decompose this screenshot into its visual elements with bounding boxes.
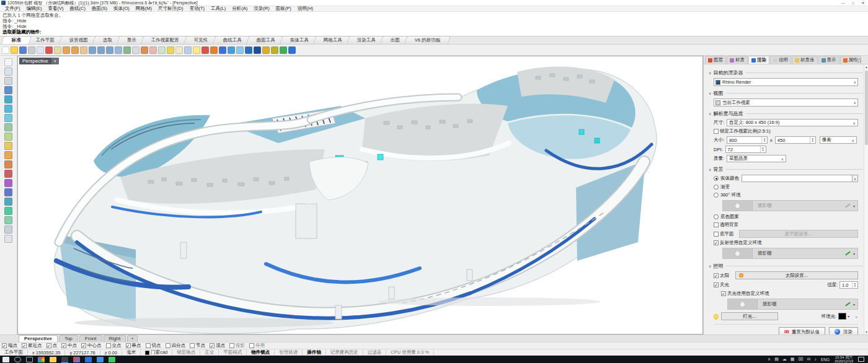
panel-tab[interactable]: 材质库 xyxy=(792,56,818,64)
menu-item[interactable]: 曲面(S) xyxy=(89,6,110,12)
move-icon[interactable] xyxy=(4,188,12,196)
open-file-icon[interactable] xyxy=(11,46,18,54)
toolbar-tab[interactable]: 标准 xyxy=(1,36,32,44)
scroll-up-icon[interactable]: ▲ xyxy=(864,64,868,69)
point-icon[interactable] xyxy=(4,77,12,85)
osnap-checkbox[interactable] xyxy=(46,343,51,348)
edit-pencil-icon[interactable] xyxy=(845,302,851,307)
status-toggle[interactable]: 过滤器 xyxy=(363,349,387,356)
render-icon[interactable] xyxy=(210,46,218,54)
lights-button[interactable]: 灯光... xyxy=(721,312,778,320)
menu-item[interactable]: 查看(V) xyxy=(45,6,67,12)
osnap-checkbox[interactable] xyxy=(146,343,151,348)
surface-icon[interactable] xyxy=(4,142,12,150)
osnap-toggle[interactable]: 中心点 xyxy=(81,343,102,349)
osnap-toggle[interactable]: 四分点 xyxy=(166,343,186,349)
panel-tab[interactable]: 渲染 xyxy=(748,56,769,64)
units-indicator[interactable]: 毫米 xyxy=(122,349,141,356)
osnap-checkbox[interactable] xyxy=(166,343,170,348)
command-history-panel[interactable]: 已加入 1 个网格至选取集合。指令: _Hide指令: _Hide 选取要隐藏的… xyxy=(0,12,868,37)
menu-item[interactable]: 分析(A) xyxy=(229,6,250,12)
undo-icon[interactable] xyxy=(63,46,70,54)
menu-item[interactable]: 工具(L) xyxy=(208,6,229,12)
viewport-tab[interactable]: Right xyxy=(104,335,126,342)
rotate-view-icon[interactable] xyxy=(123,46,131,54)
ghosted-mode-icon[interactable] xyxy=(236,46,244,54)
osnap-toggle[interactable]: 垂点 xyxy=(126,343,141,349)
viewport-title-menu-icon[interactable]: ▼ xyxy=(51,58,59,64)
wechat-icon[interactable] xyxy=(108,357,115,362)
viewport-tab[interactable]: Top xyxy=(59,335,78,342)
object-properties-icon[interactable] xyxy=(184,46,192,54)
menu-item[interactable]: 尺寸标注(D) xyxy=(155,6,186,12)
osnap-checkbox[interactable] xyxy=(126,343,131,348)
chevron-down-icon[interactable]: ▾ xyxy=(848,314,849,318)
wps-icon[interactable] xyxy=(97,357,104,362)
status-toggle[interactable]: 记录建构历史 xyxy=(326,349,363,356)
script-icon[interactable] xyxy=(262,46,270,54)
photos-app-icon[interactable] xyxy=(73,357,80,362)
panel-scroll-down-icon[interactable]: ⌄ xyxy=(854,314,858,319)
scrollbar-thumb[interactable] xyxy=(865,71,868,145)
reflection-environment-well[interactable]: 摄影棚 ▾ xyxy=(722,248,858,259)
save-icon[interactable] xyxy=(19,46,27,54)
select-cursor-icon[interactable] xyxy=(4,58,12,66)
chevron-down-icon[interactable]: ▾ xyxy=(853,302,855,307)
toolbar-tab[interactable]: V6 的新功能 xyxy=(404,36,450,44)
dpi-input[interactable]: 72 ▲▼ xyxy=(725,146,766,153)
zoom-dynamic-icon[interactable] xyxy=(89,46,96,54)
scroll-down-icon[interactable]: ▼ xyxy=(864,330,868,335)
hide-object-icon[interactable] xyxy=(149,46,157,54)
edit-pencil-icon[interactable] xyxy=(845,251,851,256)
show-object-icon[interactable] xyxy=(158,46,166,54)
skylight-checkbox[interactable] xyxy=(714,282,719,287)
start-button[interactable] xyxy=(2,357,9,362)
rhino-taskbar-icon[interactable] xyxy=(61,357,68,362)
view-select[interactable]: 当前工作视窗 ∨ xyxy=(714,98,858,107)
tray-icon[interactable]: ▤ xyxy=(774,357,779,362)
clock[interactable]: 15:54 周六 2020/12/19 xyxy=(835,356,853,363)
options-icon[interactable] xyxy=(271,46,278,54)
video-app-icon[interactable] xyxy=(85,357,92,362)
fillet-icon[interactable] xyxy=(4,179,12,187)
minimize-button[interactable]: — xyxy=(838,0,848,6)
skylight-environment-well[interactable]: 摄影棚 ▾ xyxy=(727,299,858,310)
close-button[interactable]: ✕ xyxy=(858,0,868,6)
shaded-mode-icon[interactable] xyxy=(228,46,235,54)
rectangle-icon[interactable] xyxy=(4,123,12,131)
section-current-renderer[interactable]: ∨ 目前的渲染器 xyxy=(709,69,863,76)
color-dropdown-icon[interactable]: ▾ xyxy=(852,175,858,182)
menu-item[interactable]: 曲线(C) xyxy=(67,6,89,12)
toolbar-tab[interactable]: 工作视窗配置 xyxy=(141,36,190,44)
four-viewports-icon[interactable] xyxy=(132,46,140,54)
menu-item[interactable]: 说明(H) xyxy=(294,6,316,12)
background-color-field[interactable] xyxy=(742,175,852,182)
spinner-arrows[interactable]: ▲▼ xyxy=(761,137,767,143)
quality-select[interactable]: 草图品质 ∨ xyxy=(727,155,786,162)
panel-tab[interactable]: 说明 xyxy=(770,56,791,64)
osnap-toggle[interactable]: 节点 xyxy=(190,343,205,349)
tray-icon[interactable]: ☁ xyxy=(782,357,787,362)
tray-icon[interactable]: ▦ xyxy=(790,357,795,362)
tray-icon[interactable]: ♪ xyxy=(814,357,817,362)
spinner-arrows[interactable]: ▲▼ xyxy=(810,137,815,143)
dimension-icon[interactable] xyxy=(4,235,12,243)
renderer-select[interactable]: Rhino Render ∨ xyxy=(714,78,858,86)
section-resolution-quality[interactable]: ∨ 解析度与品质 xyxy=(709,110,863,117)
wallpaper-radio[interactable] xyxy=(714,214,719,219)
arc-icon[interactable] xyxy=(4,114,12,122)
perspective-viewport[interactable]: Perspective ▼ xyxy=(17,56,703,335)
scale-icon[interactable] xyxy=(4,207,12,215)
osnap-checkbox[interactable] xyxy=(249,343,254,348)
array-icon[interactable] xyxy=(4,225,12,234)
status-toggle[interactable]: CPU 使用量 0.3 % xyxy=(386,349,434,356)
polyline-icon[interactable] xyxy=(4,86,12,94)
render-preview-icon[interactable] xyxy=(202,46,209,54)
notification-center-icon[interactable] xyxy=(858,357,864,362)
viewport-title[interactable]: Perspective xyxy=(19,58,51,64)
render-button[interactable]: 渲染 xyxy=(829,327,858,335)
render-settings-icon[interactable] xyxy=(219,46,226,54)
menu-item[interactable]: 渲染(R) xyxy=(250,6,272,12)
env360-radio[interactable] xyxy=(714,193,719,198)
sun-checkbox[interactable] xyxy=(714,273,719,278)
